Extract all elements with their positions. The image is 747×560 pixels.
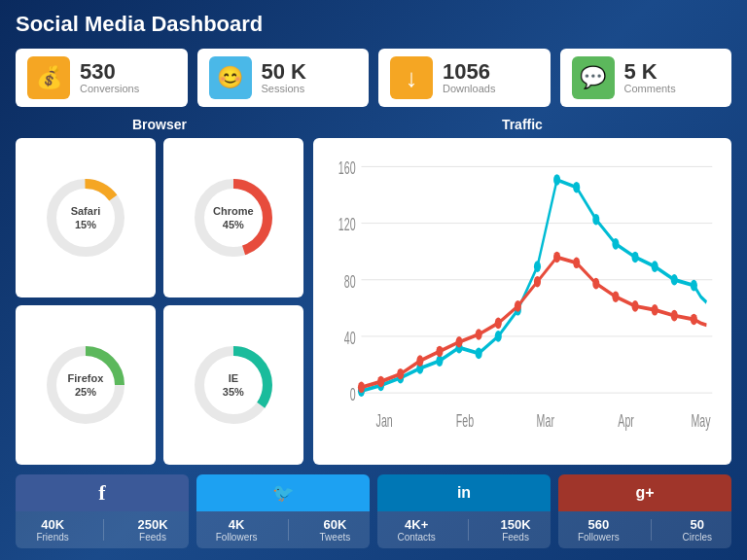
donut-safari: Safari15%: [42, 174, 129, 262]
firefox-label: Firefox25%: [68, 371, 104, 400]
browser-section: Browser Safari15%: [16, 117, 303, 465]
svg-point-39: [670, 274, 677, 286]
conversions-text: 530 Conversions: [80, 61, 139, 94]
svg-text:Feb: Feb: [456, 411, 474, 430]
comments-text: 5 K Comments: [624, 61, 676, 94]
facebook-feeds-label: Feeds: [137, 532, 167, 542]
googleplus-followers: 560 Followers: [578, 517, 620, 542]
stat-card-conversions: 💰 530 Conversions: [16, 49, 188, 107]
googleplus-header: g+: [558, 474, 731, 511]
svg-point-40: [691, 280, 697, 292]
twitter-divider: [288, 519, 289, 541]
svg-point-55: [631, 300, 638, 312]
page-title: Social Media Dashboard: [16, 12, 731, 37]
linkedin-icon: in: [457, 484, 471, 502]
facebook-friends: 40K Friends: [36, 517, 68, 542]
chart-area: 160 120 80 40 0 Jan Feb Mar Apr May: [327, 148, 718, 459]
social-row: f 40K Friends 250K Feeds 🐦 4K: [16, 474, 731, 548]
sessions-number: 50 K: [262, 61, 306, 83]
linkedin-stats: 4K+ Contacts 150K Feeds: [377, 511, 551, 548]
facebook-icon: f: [98, 480, 105, 506]
facebook-divider: [103, 519, 104, 541]
googleplus-icon: g+: [635, 484, 654, 502]
traffic-chart: 160 120 80 40 0 Jan Feb Mar Apr May: [327, 148, 718, 459]
googleplus-divider: [651, 519, 652, 541]
svg-point-51: [553, 252, 560, 263]
donut-chrome: Chrome45%: [190, 174, 277, 262]
googleplus-followers-label: Followers: [578, 532, 620, 542]
svg-point-47: [475, 329, 481, 340]
twitter-stats: 4K Followers 60K Tweets: [196, 511, 370, 548]
svg-text:May: May: [691, 411, 711, 430]
svg-text:Jan: Jan: [375, 411, 392, 430]
comments-icon: 💬: [572, 56, 615, 99]
facebook-header: f: [16, 474, 189, 511]
social-card-googleplus: g+ 560 Followers 50 Circles: [558, 474, 731, 548]
svg-point-35: [592, 214, 599, 226]
svg-point-58: [691, 314, 697, 326]
twitter-followers: 4K Followers: [216, 517, 258, 542]
stat-card-downloads: ↓ 1056 Downloads: [378, 49, 551, 107]
googleplus-followers-number: 560: [578, 517, 620, 532]
donut-firefox: Firefox25%: [42, 341, 129, 429]
svg-point-33: [553, 174, 560, 186]
svg-point-43: [397, 368, 404, 380]
linkedin-feeds-label: Feeds: [501, 532, 531, 542]
downloads-label: Downloads: [443, 83, 495, 94]
conversions-number: 530: [80, 61, 139, 83]
twitter-tweets-number: 60K: [320, 517, 351, 532]
svg-point-29: [475, 348, 481, 360]
linkedin-contacts-label: Contacts: [397, 532, 435, 542]
browser-card-ie: IE35%: [163, 305, 303, 465]
facebook-friends-number: 40K: [36, 517, 68, 532]
browser-card-chrome: Chrome45%: [163, 138, 303, 298]
linkedin-contacts-number: 4K+: [397, 517, 435, 532]
twitter-followers-number: 4K: [216, 517, 258, 532]
googleplus-stats: 560 Followers 50 Circles: [558, 511, 731, 548]
twitter-icon: 🐦: [272, 482, 294, 504]
svg-point-48: [494, 318, 501, 330]
stat-card-sessions: 😊 50 K Sessions: [197, 49, 370, 107]
svg-text:80: 80: [344, 272, 356, 291]
svg-point-32: [534, 261, 541, 272]
linkedin-divider: [468, 519, 469, 541]
svg-text:Mar: Mar: [536, 411, 553, 430]
twitter-header: 🐦: [196, 474, 370, 511]
svg-point-45: [436, 346, 443, 358]
twitter-followers-label: Followers: [216, 532, 258, 542]
svg-point-36: [612, 238, 619, 250]
downloads-number: 1056: [443, 61, 495, 83]
traffic-section: Traffic 160 120 80 40: [313, 117, 731, 465]
svg-text:120: 120: [338, 216, 356, 234]
dashboard: Social Media Dashboard 💰 530 Conversions…: [0, 0, 747, 560]
sessions-text: 50 K Sessions: [262, 61, 306, 94]
comments-number: 5 K: [624, 61, 676, 83]
svg-point-34: [573, 182, 580, 193]
twitter-tweets-label: Tweets: [320, 532, 351, 542]
safari-label: Safari15%: [71, 204, 101, 232]
facebook-friends-label: Friends: [36, 532, 68, 542]
stat-card-comments: 💬 5 K Comments: [560, 49, 732, 107]
svg-text:Apr: Apr: [618, 411, 634, 430]
svg-point-37: [631, 252, 638, 263]
browser-grid: Safari15% Chrome45%: [16, 138, 303, 465]
svg-point-30: [494, 331, 501, 342]
facebook-stats: 40K Friends 250K Feeds: [16, 511, 189, 548]
twitter-tweets: 60K Tweets: [320, 517, 351, 542]
svg-point-56: [651, 304, 658, 316]
traffic-card: 160 120 80 40 0 Jan Feb Mar Apr May: [313, 138, 731, 465]
googleplus-circles: 50 Circles: [682, 517, 712, 542]
facebook-feeds: 250K Feeds: [137, 517, 167, 542]
svg-point-52: [573, 257, 580, 268]
googleplus-circles-label: Circles: [682, 532, 712, 542]
linkedin-header: in: [377, 474, 551, 511]
svg-point-42: [377, 376, 384, 388]
social-card-linkedin: in 4K+ Contacts 150K Feeds: [377, 474, 551, 548]
middle-row: Browser Safari15%: [16, 117, 731, 465]
donut-ie: IE35%: [190, 341, 277, 429]
social-card-twitter: 🐦 4K Followers 60K Tweets: [196, 474, 370, 548]
social-card-facebook: f 40K Friends 250K Feeds: [16, 474, 189, 548]
downloads-text: 1056 Downloads: [443, 61, 495, 94]
svg-point-50: [534, 276, 541, 288]
sessions-label: Sessions: [262, 83, 306, 94]
